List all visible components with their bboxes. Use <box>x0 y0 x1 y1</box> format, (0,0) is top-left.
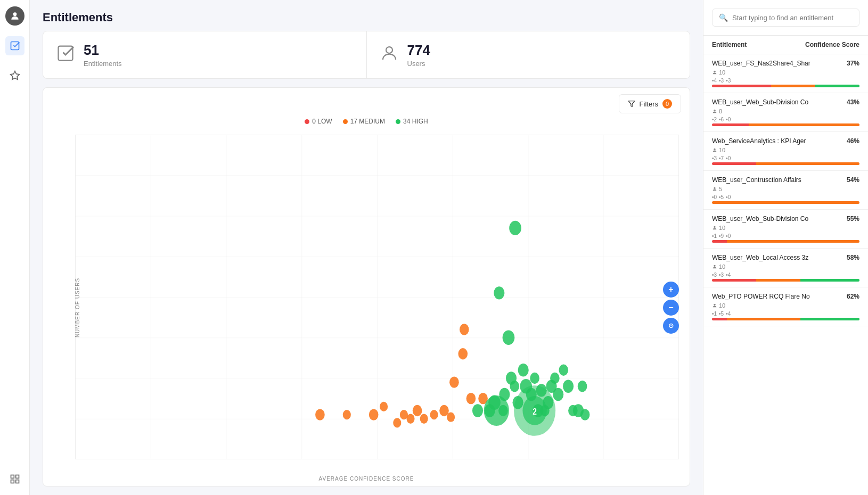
svg-point-64 <box>553 388 563 401</box>
avatar[interactable] <box>5 6 24 26</box>
svg-point-69 <box>578 381 587 392</box>
zoom-out-button[interactable]: − <box>663 300 679 316</box>
score-bar <box>712 279 859 282</box>
users-label: Users <box>407 60 430 68</box>
entitlement-score: 58% <box>847 254 859 261</box>
list-item[interactable]: WEB_user_Web_Sub-Division Co 43% 8 •2•6•… <box>703 93 868 132</box>
entitlement-users: 10 <box>712 225 859 231</box>
entitlement-users: 10 <box>712 302 859 309</box>
entitlement-users: 10 <box>712 69 859 76</box>
list-item[interactable]: WEB_user_Web_Sub-Division Co 55% 10 •1•9… <box>703 210 868 249</box>
svg-rect-2 <box>11 475 14 478</box>
svg-point-57 <box>530 373 539 384</box>
svg-rect-5 <box>15 480 19 483</box>
svg-point-73 <box>509 221 521 235</box>
sidebar-item-reports[interactable] <box>5 66 24 85</box>
svg-point-38 <box>447 412 455 422</box>
search-icon: 🔍 <box>719 13 728 22</box>
search-input[interactable] <box>732 14 853 22</box>
entitlement-name: WEB_user_FS_Nas2Share4_Shar <box>712 60 810 67</box>
svg-rect-9 <box>75 135 679 459</box>
score-bar <box>712 85 859 87</box>
chart-container: Filters 0 0 LOW 17 MEDIUM 34 HIGH NUMBER… <box>43 87 690 486</box>
entitlement-name: WEB_user_Web_Sub-Division Co <box>712 215 808 222</box>
zoom-reset-button[interactable]: ⊙ <box>663 318 679 334</box>
page-title: Entitlements <box>43 11 690 24</box>
sidebar <box>0 0 30 495</box>
score-bar <box>712 318 859 320</box>
svg-point-30 <box>343 410 351 419</box>
header-entitlement: Entitlement <box>712 41 805 48</box>
svg-text:2: 2 <box>533 407 537 417</box>
svg-point-81 <box>714 187 715 189</box>
filter-button[interactable]: Filters 0 <box>619 94 681 113</box>
svg-point-0 <box>13 12 17 16</box>
legend-high-label: 34 HIGH <box>403 118 428 125</box>
entitlement-score: 54% <box>847 176 859 184</box>
legend-low-dot <box>305 119 309 124</box>
svg-point-29 <box>315 409 325 420</box>
chart-toolbar: Filters 0 <box>43 88 690 113</box>
entitlement-score: 55% <box>847 215 859 222</box>
legend-high-dot <box>396 119 400 124</box>
main-content: Entitlements 51 Entitlements 774 Users <box>30 0 703 495</box>
entitlement-users: 5 <box>712 186 859 192</box>
score-bar <box>712 162 859 165</box>
filter-count: 0 <box>662 99 672 109</box>
svg-point-63 <box>550 373 560 384</box>
svg-point-78 <box>714 71 715 72</box>
chart-legend: 0 LOW 17 MEDIUM 34 HIGH <box>43 113 690 129</box>
search-input-wrap[interactable]: 🔍 <box>712 9 859 27</box>
y-axis-label: NUMBER OF USERS <box>75 278 80 337</box>
svg-point-34 <box>413 405 422 416</box>
legend-high: 34 HIGH <box>396 118 428 125</box>
legend-medium: 17 MEDIUM <box>343 118 385 125</box>
right-panel: 🔍 Entitlement Confidence Score WEB_user_… <box>703 0 868 495</box>
sidebar-item-entitlements[interactable] <box>5 36 24 55</box>
sidebar-item-grid[interactable] <box>5 469 24 489</box>
svg-rect-4 <box>11 480 14 483</box>
users-count: 774 <box>407 42 430 59</box>
svg-point-52 <box>510 381 519 392</box>
zoom-in-button[interactable]: + <box>663 282 679 298</box>
header-score: Confidence Score <box>805 41 859 48</box>
score-bar <box>712 123 859 126</box>
svg-point-39 <box>393 418 401 427</box>
entitlements-label: Entitlements <box>84 60 122 68</box>
zoom-controls: + − ⊙ <box>663 282 679 334</box>
entitlement-name: WEB_user_Contrusction Affairs <box>712 176 801 184</box>
svg-point-54 <box>518 364 529 376</box>
svg-point-31 <box>369 409 379 420</box>
score-bar <box>712 201 859 204</box>
svg-point-82 <box>714 226 715 228</box>
score-bar <box>712 240 859 243</box>
svg-point-35 <box>420 414 428 424</box>
legend-low-label: 0 LOW <box>312 118 332 125</box>
svg-point-36 <box>430 410 438 419</box>
users-stat-icon <box>380 44 399 67</box>
entitlement-score: 37% <box>847 60 859 67</box>
search-box: 🔍 <box>703 0 868 36</box>
list-item[interactable]: WEB_user_Contrusction Affairs 54% 5 •0•5… <box>703 171 868 210</box>
list-item[interactable]: WEB_user_FS_Nas2Share4_Shar 37% 10 •4•3•… <box>703 54 868 93</box>
sidebar-bottom <box>5 469 24 489</box>
svg-point-77 <box>485 396 509 425</box>
entitlement-list: WEB_user_FS_Nas2Share4_Shar 37% 10 •4•3•… <box>703 54 868 495</box>
svg-point-72 <box>503 331 515 345</box>
legend-low: 0 LOW <box>305 118 332 125</box>
svg-point-40 <box>449 376 459 387</box>
svg-point-80 <box>714 148 715 150</box>
scatter-plot: NUMBER OF USERS AVERAGE CONFIDENCE SCORE… <box>43 129 690 486</box>
entitlement-name: WEB_user_Web_Sub-Division Co <box>712 98 808 106</box>
svg-point-32 <box>380 402 388 411</box>
svg-point-79 <box>714 110 715 111</box>
entitlement-name: WEB_user_Web_Local Access 3z <box>712 254 808 261</box>
svg-point-83 <box>714 265 715 267</box>
svg-point-65 <box>559 365 568 376</box>
list-item[interactable]: Web_PTO POWER RCQ Flare No 62% 10 •1•5•4 <box>703 287 868 326</box>
stat-entitlements: 51 Entitlements <box>43 31 367 78</box>
list-item[interactable]: Web_ServiceAnalytics : KPI Ager 46% 10 •… <box>703 132 868 171</box>
svg-point-71 <box>494 286 504 299</box>
list-item[interactable]: WEB_user_Web_Local Access 3z 58% 10 •3•3… <box>703 249 868 287</box>
entitlement-score: 43% <box>847 98 859 106</box>
